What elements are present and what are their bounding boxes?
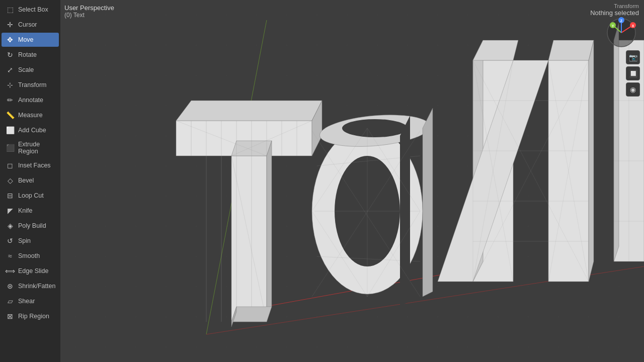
svg-marker-26 [231, 307, 272, 322]
sidebar-item-annotate[interactable]: ✏Annotate [2, 93, 59, 107]
sidebar-item-shear[interactable]: ▱Shear [2, 294, 59, 308]
loop-cut-icon: ⊟ [6, 191, 15, 200]
sidebar-item-label-select-box: Select Box [18, 6, 48, 13]
select-box-icon: ⬚ [6, 5, 15, 14]
sidebar-item-label-cursor: Cursor [18, 21, 37, 28]
sidebar-item-label-move: Move [18, 36, 34, 43]
sidebar-item-label-bevel: Bevel [18, 177, 34, 184]
cursor-icon: ✛ [6, 20, 15, 29]
sidebar-item-label-extrude-region: Extrude Region [18, 141, 55, 155]
sidebar-item-label-poly-build: Poly Build [18, 222, 46, 229]
sidebar-item-label-rip-region: Rip Region [18, 313, 49, 320]
toolbar-sidebar: ⬚Select Box✛Cursor✥Move↻Rotate⤢Scale⊹Tra… [0, 0, 60, 362]
sidebar-item-loop-cut[interactable]: ⊟Loop Cut [2, 189, 59, 203]
rotate-icon: ↻ [6, 50, 15, 59]
svg-text:Z: Z [620, 19, 623, 23]
edge-slide-icon: ⟺ [6, 266, 15, 276]
sidebar-item-inset-faces[interactable]: ◻Inset Faces [2, 158, 59, 172]
svg-point-34 [342, 119, 408, 137]
svg-marker-49 [589, 40, 594, 282]
sidebar-item-label-rotate: Rotate [18, 51, 37, 58]
sidebar-item-select-box[interactable]: ⬚Select Box [2, 3, 59, 17]
knife-icon: ◤ [6, 206, 15, 215]
sidebar-item-extrude-region[interactable]: ⬛Extrude Region [2, 138, 59, 157]
right-toolbar: 📷 🔲 ◉ [626, 50, 640, 97]
gizmo-svg: X Y Z [604, 15, 639, 50]
sidebar-item-measure[interactable]: 📏Measure [2, 108, 59, 122]
sidebar-item-label-inset-faces: Inset Faces [18, 162, 51, 169]
sidebar-item-label-loop-cut: Loop Cut [18, 192, 44, 199]
bevel-icon: ◇ [6, 176, 15, 185]
svg-marker-14 [267, 141, 272, 322]
svg-marker-59 [614, 23, 619, 261]
extrude-region-icon: ⬛ [6, 143, 15, 152]
spin-icon: ↺ [6, 236, 15, 245]
svg-marker-10 [176, 101, 322, 121]
transform-icon: ⊹ [6, 80, 15, 89]
sidebar-item-knife[interactable]: ◤Knife [2, 204, 59, 218]
sidebar-item-label-scale: Scale [18, 66, 34, 73]
smooth-icon: ≈ [6, 251, 15, 260]
sidebar-item-smooth[interactable]: ≈Smooth [2, 249, 59, 263]
view-name-label: User Perspective [64, 4, 114, 12]
poly-build-icon: ◈ [6, 221, 15, 230]
sidebar-item-label-add-cube: Add Cube [18, 127, 46, 134]
object-info-label: (0) Text [64, 12, 114, 19]
sidebar-item-shrink-fatten[interactable]: ⊛Shrink/Fatten [2, 279, 59, 293]
sidebar-item-bevel[interactable]: ◇Bevel [2, 173, 59, 188]
sidebar-item-label-edge-slide: Edge Slide [18, 267, 48, 275]
camera-view-button[interactable]: 📷 [626, 50, 640, 64]
sidebar-item-label-measure: Measure [18, 112, 43, 119]
sidebar-item-scale[interactable]: ⤢Scale [2, 63, 59, 77]
sidebar-item-label-spin: Spin [18, 237, 31, 244]
sidebar-item-edge-slide[interactable]: ⟺Edge Slide [2, 264, 59, 278]
svg-marker-35 [423, 108, 433, 297]
sidebar-item-label-shear: Shear [18, 298, 35, 305]
sidebar-item-label-annotate: Annotate [18, 97, 43, 104]
inset-faces-icon: ◻ [6, 161, 15, 170]
shear-icon: ▱ [6, 297, 15, 306]
svg-marker-36 [400, 116, 410, 306]
sidebar-item-move[interactable]: ✥Move [2, 33, 59, 47]
orientation-gizmo[interactable]: X Y Z [604, 15, 639, 50]
viewport-info: User Perspective (0) Text [64, 4, 114, 19]
scene-background [60, 0, 644, 362]
sidebar-item-label-knife: Knife [18, 207, 33, 214]
sidebar-item-transform[interactable]: ⊹Transform [2, 78, 59, 92]
add-cube-icon: ⬜ [6, 126, 15, 135]
sidebar-item-poly-build[interactable]: ◈Poly Build [2, 219, 59, 233]
scene-svg [60, 0, 644, 362]
sidebar-item-spin[interactable]: ↺Spin [2, 234, 59, 248]
3d-viewport[interactable]: User Perspective (0) Text Transform Noth… [60, 0, 644, 362]
annotate-icon: ✏ [6, 96, 15, 105]
sidebar-item-rip-region[interactable]: ⊠Rip Region [2, 309, 59, 323]
transform-label: Transform [590, 3, 639, 9]
sidebar-item-label-smooth: Smooth [18, 252, 40, 259]
sidebar-item-rotate[interactable]: ↻Rotate [2, 48, 59, 62]
shrink-fatten-icon: ⊛ [6, 282, 15, 291]
shading-button[interactable]: ◉ [626, 82, 640, 97]
svg-text:Y: Y [612, 24, 614, 28]
transform-info-panel: Transform Nothing selected [590, 3, 639, 17]
sidebar-item-cursor[interactable]: ✛Cursor [2, 18, 59, 32]
move-icon: ✥ [6, 35, 15, 44]
render-view-button[interactable]: 🔲 [626, 66, 640, 80]
measure-icon: 📏 [6, 111, 15, 120]
rip-region-icon: ⊠ [6, 312, 15, 321]
sidebar-item-label-transform: Transform [18, 81, 47, 88]
svg-marker-50 [548, 40, 594, 60]
sidebar-item-add-cube[interactable]: ⬜Add Cube [2, 123, 59, 137]
scale-icon: ⤢ [6, 65, 15, 74]
sidebar-item-label-shrink-fatten: Shrink/Fatten [18, 283, 55, 290]
svg-text:X: X [632, 24, 634, 28]
